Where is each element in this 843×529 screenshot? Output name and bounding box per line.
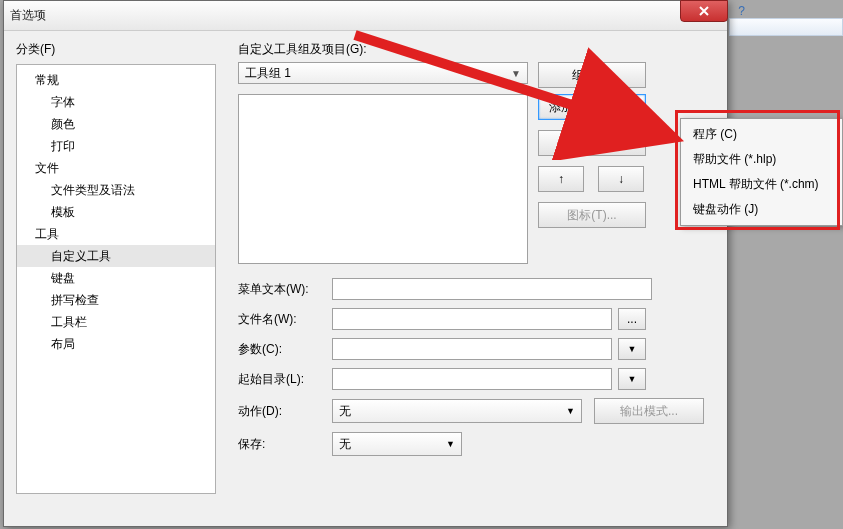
preferences-dialog: 首选项 分类(F) 常规字体颜色打印文件文件类型及语法模板工具自定义工具键盘拼写… [3,0,728,527]
add-button-label: 添加 [549,99,573,116]
add-button[interactable]: 添加 > [538,94,646,120]
save-label: 保存: [238,436,326,453]
background-ribbon [729,18,843,36]
help-cursor-icon: ? [738,4,745,18]
close-icon [698,5,710,17]
browse-button[interactable]: ... [618,308,646,330]
context-menu-item[interactable]: HTML 帮助文件 (*.chm) [683,172,840,197]
groups-label: 自定义工具组及项目(G): [238,41,715,58]
chevron-down-icon: ▼ [566,406,575,416]
tree-item[interactable]: 工具栏 [17,311,215,333]
action-select[interactable]: 无 ▼ [332,399,582,423]
startdir-label: 起始目录(L): [238,371,326,388]
tree-item[interactable]: 常规 [17,69,215,91]
tree-item[interactable]: 自定义工具 [17,245,215,267]
move-up-button[interactable]: ↑ [538,166,584,192]
context-menu-item[interactable]: 帮助文件 (*.hlp) [683,147,840,172]
tools-listbox[interactable] [238,94,528,264]
context-menu-item[interactable]: 程序 (C) [683,122,840,147]
tree-item[interactable]: 文件 [17,157,215,179]
chevron-down-icon: ▼ [446,439,455,449]
tree-item[interactable]: 工具 [17,223,215,245]
tree-item[interactable]: 模板 [17,201,215,223]
tree-item[interactable]: 打印 [17,135,215,157]
action-label: 动作(D): [238,403,326,420]
args-dropdown-button[interactable]: ▼ [618,338,646,360]
tree-item[interactable]: 布局 [17,333,215,355]
menu-text-label: 菜单文本(W): [238,281,326,298]
chevron-down-icon: ▼ [511,68,521,79]
chevron-down-icon: ▼ [628,374,637,384]
group-combo[interactable]: 工具组 1 ▼ [238,62,528,84]
context-menu-item[interactable]: 键盘动作 (J) [683,197,840,222]
icon-button[interactable]: 图标(T)... [538,202,646,228]
move-down-button[interactable]: ↓ [598,166,644,192]
tree-item[interactable]: 字体 [17,91,215,113]
save-value: 无 [339,436,351,453]
action-value: 无 [339,403,351,420]
category-tree[interactable]: 常规字体颜色打印文件文件类型及语法模板工具自定义工具键盘拼写检查工具栏布局 [16,64,216,494]
category-label: 分类(F) [16,41,216,58]
tree-item[interactable]: 颜色 [17,113,215,135]
group-combo-value: 工具组 1 [245,65,291,82]
output-mode-button[interactable]: 输出模式... [594,398,704,424]
save-select[interactable]: 无 ▼ [332,432,462,456]
dialog-title: 首选项 [10,7,46,24]
chevron-down-icon: ▼ [628,344,637,354]
chevron-right-icon: > [628,100,635,114]
tree-item[interactable]: 拼写检查 [17,289,215,311]
close-button[interactable] [680,0,728,22]
startdir-input[interactable] [332,368,612,390]
tree-item[interactable]: 文件类型及语法 [17,179,215,201]
startdir-dropdown-button[interactable]: ▼ [618,368,646,390]
group-name-button[interactable]: 组名(Z) [538,62,646,88]
titlebar: 首选项 [4,1,727,31]
tree-item[interactable]: 键盘 [17,267,215,289]
delete-button[interactable]: 删除(S) [538,130,646,156]
args-label: 参数(C): [238,341,326,358]
filename-input[interactable] [332,308,612,330]
add-context-menu: 程序 (C)帮助文件 (*.hlp)HTML 帮助文件 (*.chm)键盘动作 … [680,118,843,226]
args-input[interactable] [332,338,612,360]
filename-label: 文件名(W): [238,311,326,328]
menu-text-input[interactable] [332,278,652,300]
